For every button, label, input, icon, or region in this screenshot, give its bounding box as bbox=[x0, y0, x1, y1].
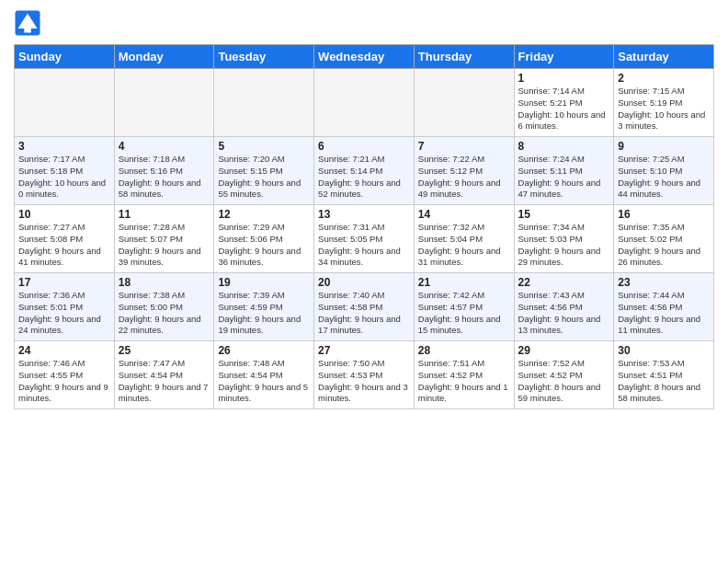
calendar-week-row: 3Sunrise: 7:17 AM Sunset: 5:18 PM Daylig… bbox=[15, 137, 714, 205]
day-number: 2 bbox=[618, 72, 710, 85]
calendar-week-row: 1Sunrise: 7:14 AM Sunset: 5:21 PM Daylig… bbox=[15, 69, 714, 137]
day-info: Sunrise: 7:24 AM Sunset: 5:11 PM Dayligh… bbox=[518, 154, 610, 201]
day-info: Sunrise: 7:29 AM Sunset: 5:06 PM Dayligh… bbox=[218, 222, 310, 269]
day-info: Sunrise: 7:51 AM Sunset: 4:52 PM Dayligh… bbox=[418, 358, 510, 405]
day-number: 8 bbox=[518, 140, 610, 153]
day-number: 3 bbox=[18, 140, 110, 153]
day-info: Sunrise: 7:39 AM Sunset: 4:59 PM Dayligh… bbox=[218, 290, 310, 337]
calendar-cell: 15Sunrise: 7:34 AM Sunset: 5:03 PM Dayli… bbox=[514, 205, 614, 273]
calendar-header-friday: Friday bbox=[514, 45, 614, 69]
day-info: Sunrise: 7:40 AM Sunset: 4:58 PM Dayligh… bbox=[318, 290, 410, 337]
day-number: 21 bbox=[418, 276, 510, 289]
svg-rect-2 bbox=[24, 23, 31, 33]
day-number: 15 bbox=[518, 208, 610, 221]
day-info: Sunrise: 7:27 AM Sunset: 5:08 PM Dayligh… bbox=[18, 222, 110, 269]
day-number: 18 bbox=[119, 276, 210, 289]
calendar-cell bbox=[414, 69, 514, 137]
day-number: 11 bbox=[119, 208, 210, 221]
calendar-header-thursday: Thursday bbox=[414, 45, 514, 69]
day-info: Sunrise: 7:42 AM Sunset: 4:57 PM Dayligh… bbox=[418, 290, 510, 337]
day-info: Sunrise: 7:18 AM Sunset: 5:16 PM Dayligh… bbox=[119, 154, 210, 201]
calendar-cell: 16Sunrise: 7:35 AM Sunset: 5:02 PM Dayli… bbox=[614, 205, 714, 273]
calendar-cell: 22Sunrise: 7:43 AM Sunset: 4:56 PM Dayli… bbox=[514, 273, 614, 341]
day-info: Sunrise: 7:36 AM Sunset: 5:01 PM Dayligh… bbox=[18, 290, 110, 337]
day-info: Sunrise: 7:21 AM Sunset: 5:14 PM Dayligh… bbox=[318, 154, 410, 201]
day-number: 7 bbox=[418, 140, 510, 153]
day-info: Sunrise: 7:52 AM Sunset: 4:52 PM Dayligh… bbox=[518, 358, 610, 405]
day-number: 1 bbox=[518, 72, 610, 85]
day-info: Sunrise: 7:35 AM Sunset: 5:02 PM Dayligh… bbox=[618, 222, 710, 269]
calendar-cell: 5Sunrise: 7:20 AM Sunset: 5:15 PM Daylig… bbox=[214, 137, 314, 205]
calendar-header-tuesday: Tuesday bbox=[214, 45, 314, 69]
calendar-cell bbox=[114, 69, 214, 137]
day-info: Sunrise: 7:53 AM Sunset: 4:51 PM Dayligh… bbox=[618, 358, 710, 405]
calendar-cell: 12Sunrise: 7:29 AM Sunset: 5:06 PM Dayli… bbox=[214, 205, 314, 273]
day-number: 28 bbox=[418, 344, 510, 357]
day-number: 19 bbox=[218, 276, 310, 289]
calendar-header-sunday: Sunday bbox=[15, 45, 115, 69]
day-number: 22 bbox=[518, 276, 610, 289]
calendar-cell: 18Sunrise: 7:38 AM Sunset: 5:00 PM Dayli… bbox=[114, 273, 214, 341]
day-number: 5 bbox=[218, 140, 310, 153]
calendar-cell: 25Sunrise: 7:47 AM Sunset: 4:54 PM Dayli… bbox=[114, 341, 214, 409]
day-number: 14 bbox=[418, 208, 510, 221]
day-number: 16 bbox=[618, 208, 710, 221]
day-number: 29 bbox=[518, 344, 610, 357]
calendar-cell: 27Sunrise: 7:50 AM Sunset: 4:53 PM Dayli… bbox=[314, 341, 415, 409]
day-info: Sunrise: 7:14 AM Sunset: 5:21 PM Dayligh… bbox=[518, 86, 610, 132]
calendar-cell: 28Sunrise: 7:51 AM Sunset: 4:52 PM Dayli… bbox=[414, 341, 514, 409]
calendar-cell bbox=[214, 69, 314, 137]
calendar-week-row: 10Sunrise: 7:27 AM Sunset: 5:08 PM Dayli… bbox=[15, 205, 714, 273]
calendar-cell: 13Sunrise: 7:31 AM Sunset: 5:05 PM Dayli… bbox=[314, 205, 415, 273]
day-number: 9 bbox=[618, 140, 710, 153]
calendar-header-monday: Monday bbox=[114, 45, 214, 69]
calendar-cell: 3Sunrise: 7:17 AM Sunset: 5:18 PM Daylig… bbox=[15, 137, 115, 205]
header bbox=[14, 9, 714, 37]
day-info: Sunrise: 7:25 AM Sunset: 5:10 PM Dayligh… bbox=[618, 154, 710, 201]
day-number: 27 bbox=[318, 344, 410, 357]
day-number: 20 bbox=[318, 276, 410, 289]
calendar-cell: 23Sunrise: 7:44 AM Sunset: 4:56 PM Dayli… bbox=[614, 273, 714, 341]
day-info: Sunrise: 7:28 AM Sunset: 5:07 PM Dayligh… bbox=[119, 222, 210, 269]
calendar-cell: 4Sunrise: 7:18 AM Sunset: 5:16 PM Daylig… bbox=[114, 137, 214, 205]
day-info: Sunrise: 7:31 AM Sunset: 5:05 PM Dayligh… bbox=[318, 222, 410, 269]
day-number: 12 bbox=[218, 208, 310, 221]
day-number: 23 bbox=[618, 276, 710, 289]
day-info: Sunrise: 7:20 AM Sunset: 5:15 PM Dayligh… bbox=[218, 154, 310, 201]
calendar-cell: 21Sunrise: 7:42 AM Sunset: 4:57 PM Dayli… bbox=[414, 273, 514, 341]
day-info: Sunrise: 7:47 AM Sunset: 4:54 PM Dayligh… bbox=[119, 358, 210, 405]
day-number: 26 bbox=[218, 344, 310, 357]
calendar-cell: 6Sunrise: 7:21 AM Sunset: 5:14 PM Daylig… bbox=[314, 137, 415, 205]
day-info: Sunrise: 7:17 AM Sunset: 5:18 PM Dayligh… bbox=[18, 154, 110, 201]
day-info: Sunrise: 7:22 AM Sunset: 5:12 PM Dayligh… bbox=[418, 154, 510, 201]
calendar-cell: 24Sunrise: 7:46 AM Sunset: 4:55 PM Dayli… bbox=[15, 341, 115, 409]
day-info: Sunrise: 7:38 AM Sunset: 5:00 PM Dayligh… bbox=[119, 290, 210, 337]
calendar-cell: 11Sunrise: 7:28 AM Sunset: 5:07 PM Dayli… bbox=[114, 205, 214, 273]
calendar-cell: 7Sunrise: 7:22 AM Sunset: 5:12 PM Daylig… bbox=[414, 137, 514, 205]
day-number: 4 bbox=[119, 140, 210, 153]
calendar-cell: 10Sunrise: 7:27 AM Sunset: 5:08 PM Dayli… bbox=[15, 205, 115, 273]
calendar-cell: 1Sunrise: 7:14 AM Sunset: 5:21 PM Daylig… bbox=[514, 69, 614, 137]
page-container: SundayMondayTuesdayWednesdayThursdayFrid… bbox=[0, 0, 728, 414]
day-info: Sunrise: 7:46 AM Sunset: 4:55 PM Dayligh… bbox=[18, 358, 110, 405]
calendar-cell: 19Sunrise: 7:39 AM Sunset: 4:59 PM Dayli… bbox=[214, 273, 314, 341]
day-number: 6 bbox=[318, 140, 410, 153]
day-number: 17 bbox=[18, 276, 110, 289]
calendar-cell: 14Sunrise: 7:32 AM Sunset: 5:04 PM Dayli… bbox=[414, 205, 514, 273]
calendar-week-row: 17Sunrise: 7:36 AM Sunset: 5:01 PM Dayli… bbox=[15, 273, 714, 341]
calendar-cell: 20Sunrise: 7:40 AM Sunset: 4:58 PM Dayli… bbox=[314, 273, 415, 341]
calendar-cell: 8Sunrise: 7:24 AM Sunset: 5:11 PM Daylig… bbox=[514, 137, 614, 205]
calendar-cell bbox=[15, 69, 115, 137]
logo-icon bbox=[14, 9, 41, 37]
calendar-header-saturday: Saturday bbox=[614, 45, 714, 69]
calendar-cell: 30Sunrise: 7:53 AM Sunset: 4:51 PM Dayli… bbox=[614, 341, 714, 409]
day-number: 10 bbox=[18, 208, 110, 221]
day-number: 24 bbox=[18, 344, 110, 357]
day-info: Sunrise: 7:50 AM Sunset: 4:53 PM Dayligh… bbox=[318, 358, 410, 405]
calendar-cell: 9Sunrise: 7:25 AM Sunset: 5:10 PM Daylig… bbox=[614, 137, 714, 205]
calendar-header-row: SundayMondayTuesdayWednesdayThursdayFrid… bbox=[15, 45, 714, 69]
day-number: 30 bbox=[618, 344, 710, 357]
calendar-cell: 29Sunrise: 7:52 AM Sunset: 4:52 PM Dayli… bbox=[514, 341, 614, 409]
day-info: Sunrise: 7:43 AM Sunset: 4:56 PM Dayligh… bbox=[518, 290, 610, 337]
calendar-week-row: 24Sunrise: 7:46 AM Sunset: 4:55 PM Dayli… bbox=[15, 341, 714, 409]
